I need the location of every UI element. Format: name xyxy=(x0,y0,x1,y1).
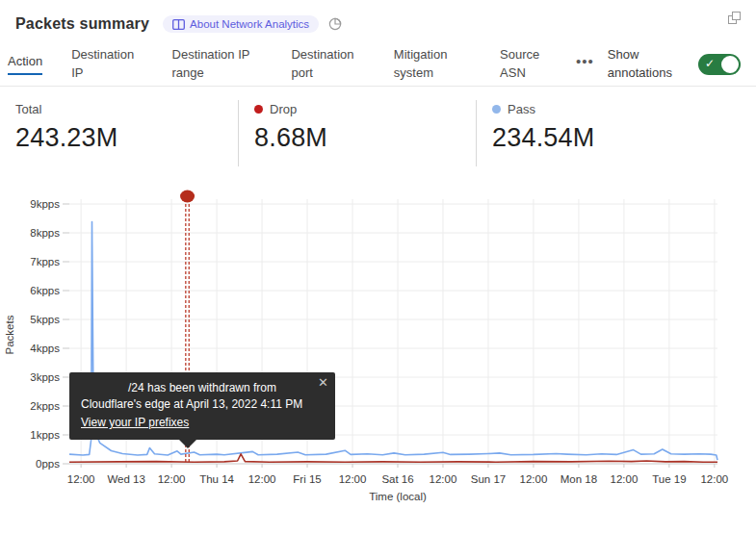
svg-text:6kpps: 6kpps xyxy=(30,285,60,296)
svg-text:Tue 19: Tue 19 xyxy=(652,473,686,485)
tab-action[interactable]: Action xyxy=(8,53,42,75)
stat-pass: Pass 234.54M xyxy=(476,100,714,166)
stat-total-value: 243.23M xyxy=(15,123,222,153)
svg-text:9kpps: 9kpps xyxy=(30,198,60,210)
svg-text:12:00: 12:00 xyxy=(67,473,95,485)
svg-text:12:00: 12:00 xyxy=(430,473,457,485)
svg-text:0pps: 0pps xyxy=(36,458,60,470)
stat-drop-label: Drop xyxy=(270,102,297,116)
page-title: Packets summary xyxy=(15,15,149,33)
dimension-tabs: Action Destination IP Destination IP ran… xyxy=(0,42,756,87)
tab-destination-port[interactable]: Destination port xyxy=(291,46,364,83)
show-annotations-toggle[interactable]: ✓ xyxy=(698,54,741,75)
stat-pass-value: 234.54M xyxy=(492,123,698,153)
about-network-analytics-link[interactable]: About Network Analytics xyxy=(163,15,319,33)
stat-total: Total 243.23M xyxy=(0,100,238,166)
svg-text:Sat 16: Sat 16 xyxy=(381,473,413,485)
svg-text:2kpps: 2kpps xyxy=(30,400,60,412)
view-ip-prefixes-link[interactable]: View your IP prefixes xyxy=(81,415,189,431)
packets-time-series-chart[interactable]: 0pps1kpps2kpps3kpps4kpps5kpps6kpps7kpps8… xyxy=(0,181,756,522)
tab-mitigation-system[interactable]: Mitigation system xyxy=(394,46,471,83)
stat-total-label: Total xyxy=(15,102,41,116)
svg-text:Thu 14: Thu 14 xyxy=(199,473,234,485)
more-options-icon[interactable]: ••• xyxy=(576,53,598,75)
popout-square-front xyxy=(732,12,741,20)
popout-icon[interactable] xyxy=(728,12,741,24)
svg-text:3kpps: 3kpps xyxy=(30,371,60,383)
book-icon xyxy=(172,19,185,30)
show-annotations-label: Show annotations xyxy=(608,46,685,83)
svg-text:Wed 13: Wed 13 xyxy=(107,473,144,485)
svg-text:12:00: 12:00 xyxy=(700,473,728,485)
annotation-tooltip: ✕ /24 has been withdrawn from Cloudflare… xyxy=(69,372,335,440)
svg-text:8kpps: 8kpps xyxy=(30,227,60,239)
svg-text:4kpps: 4kpps xyxy=(30,343,60,354)
tab-destination-ip[interactable]: Destination IP xyxy=(71,46,143,83)
stat-pass-label: Pass xyxy=(508,102,535,116)
tab-destination-ip-range[interactable]: Destination IP range xyxy=(172,46,263,83)
svg-text:12:00: 12:00 xyxy=(248,473,276,485)
close-icon[interactable]: ✕ xyxy=(318,376,328,389)
annotation-text-line2: Cloudflare's edge at April 13, 2022 4:11… xyxy=(81,396,324,413)
toggle-knob xyxy=(721,56,739,73)
svg-text:7kpps: 7kpps xyxy=(30,256,60,267)
svg-text:12:00: 12:00 xyxy=(611,473,639,485)
svg-text:5kpps: 5kpps xyxy=(30,314,60,325)
packets-chart: 0pps1kpps2kpps3kpps4kpps5kpps6kpps7kpps8… xyxy=(0,181,756,522)
card-header: Packets summary About Network Analytics xyxy=(0,0,756,37)
summary-stats: Total 243.23M Drop 8.68M Pass 234.54M xyxy=(0,87,756,176)
svg-text:Mon 18: Mon 18 xyxy=(560,473,597,485)
tab-source-asn[interactable]: Source ASN xyxy=(500,46,547,83)
check-icon: ✓ xyxy=(705,57,715,70)
svg-text:Time (local): Time (local) xyxy=(369,491,427,502)
annotation-text-line1: /24 has been withdrawn from xyxy=(81,380,324,396)
packets-summary-card: Packets summary About Network Analytics … xyxy=(0,0,756,534)
svg-text:Packets: Packets xyxy=(4,315,15,354)
stat-drop: Drop 8.68M xyxy=(238,100,476,166)
pass-legend-dot xyxy=(492,105,501,114)
svg-text:12:00: 12:00 xyxy=(520,473,548,485)
svg-text:1kpps: 1kpps xyxy=(30,429,60,441)
about-badge-label: About Network Analytics xyxy=(190,18,309,30)
stat-drop-value: 8.68M xyxy=(254,123,460,153)
svg-text:Fri 15: Fri 15 xyxy=(293,473,321,485)
tooltip-caret xyxy=(179,440,196,448)
beta-pie-icon xyxy=(328,17,342,31)
drop-legend-dot xyxy=(254,105,263,114)
svg-text:12:00: 12:00 xyxy=(158,473,186,485)
svg-text:12:00: 12:00 xyxy=(339,473,367,485)
svg-text:Sun 17: Sun 17 xyxy=(471,473,506,485)
